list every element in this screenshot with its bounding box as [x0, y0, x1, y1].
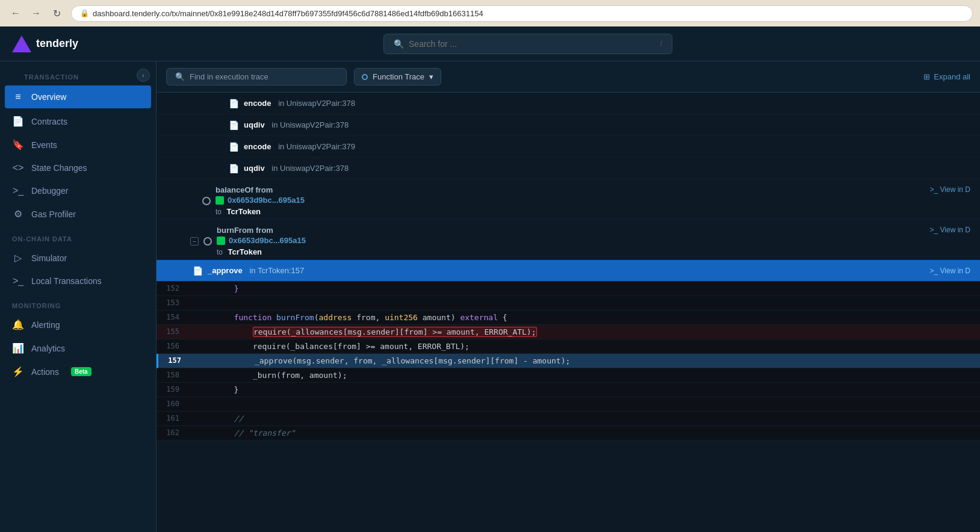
sidebar-item-label: Gas Profiler — [31, 209, 76, 219]
code-line: 152 } — [157, 282, 980, 296]
code-content: } — [187, 383, 980, 397]
sidebar-item-contracts[interactable]: 📄 Contracts — [0, 110, 156, 133]
lock-icon: 🔒 — [80, 9, 89, 17]
burnfrom-address: 0x6653d9bc...695a15 — [229, 236, 306, 245]
function-trace-button[interactable]: Function Trace ▾ — [354, 68, 441, 85]
burnfrom-section: − burnFrom from 0x6653d9bc...695a15 — [157, 220, 980, 260]
line-number: 160 — [157, 397, 187, 410]
burnfrom-label: burnFrom from — [217, 226, 306, 235]
main-layout: TRANSACTION ‹ ≡ Overview 📄 Contracts 🔖 E… — [0, 61, 980, 532]
function-trace-indicator — [362, 74, 368, 80]
address-bar[interactable]: 🔒 dashboard.tenderly.co/tx/mainnet/0x81e… — [71, 5, 973, 22]
forward-button[interactable]: → — [28, 5, 45, 22]
debugger-icon: >_ — [12, 185, 24, 196]
simulator-icon: ▷ — [12, 252, 24, 264]
address-circle — [203, 237, 212, 246]
view-in-debugger-link[interactable]: >_ View in D — [930, 267, 970, 275]
expand-icon: ⊞ — [923, 72, 930, 81]
sidebar-item-label: Debugger — [31, 186, 69, 196]
sidebar-item-label: Events — [31, 140, 57, 150]
trace-fn-name: uqdiv — [244, 120, 265, 129]
address-color-icon — [216, 196, 224, 205]
sidebar-collapse-button[interactable]: ‹ — [137, 69, 150, 82]
logo-icon — [12, 36, 31, 52]
line-number: 156 — [157, 339, 187, 353]
line-number: 159 — [157, 383, 187, 396]
code-content: _approve(msg.sender, from, _allowances[m… — [188, 354, 980, 368]
line-number: 155 — [157, 325, 187, 338]
doc-icon: 📄 — [193, 266, 203, 276]
trace-contract: in UniswapV2Pair:378 — [270, 120, 349, 129]
trace-item[interactable]: 📄 uqdiv in UniswapV2Pair:378 — [157, 158, 980, 179]
sidebar-item-label: State Changes — [31, 163, 87, 173]
sidebar-item-gas-profiler[interactable]: ⚙ Gas Profiler — [0, 202, 156, 226]
on-chain-section-header: ON-CHAIN DATA — [0, 226, 156, 246]
expand-all-button[interactable]: ⊞ Expand all — [923, 72, 970, 81]
burnfrom-contract: TcrToken — [228, 247, 262, 256]
line-number: 152 — [157, 282, 187, 295]
balanceof-section: balanceOf from 0x6653d9bc...695a15 to Tc… — [157, 179, 980, 220]
sidebar-item-actions[interactable]: ⚡ Actions Beta — [0, 360, 156, 383]
trace-item[interactable]: 📄 uqdiv in UniswapV2Pair:378 — [157, 114, 980, 136]
sidebar-item-simulator[interactable]: ▷ Simulator — [0, 246, 156, 270]
approve-contract: in TcrToken:157 — [247, 266, 304, 275]
sidebar-item-debugger[interactable]: >_ Debugger — [0, 179, 156, 202]
sidebar-item-label: Contracts — [31, 117, 67, 126]
actions-icon: ⚡ — [12, 366, 24, 377]
gas-profiler-icon: ⚙ — [12, 208, 24, 220]
local-tx-icon: >_ — [12, 276, 24, 286]
sidebar-item-events[interactable]: 🔖 Events — [0, 133, 156, 156]
search-trace-icon: 🔍 — [175, 72, 185, 81]
sidebar-item-local-transactions[interactable]: >_ Local Transactions — [0, 270, 156, 292]
global-search[interactable]: 🔍 / — [383, 34, 672, 54]
balanceof-contract: TcrToken — [226, 207, 261, 216]
analytics-icon: 📊 — [12, 342, 24, 354]
search-shortcut: / — [660, 40, 662, 48]
view-in-debugger-link[interactable]: >_ View in D — [930, 185, 970, 194]
sidebar-item-overview[interactable]: ≡ Overview — [5, 85, 151, 108]
trace-contract: in UniswapV2Pair:378 — [270, 164, 349, 173]
beta-badge: Beta — [71, 367, 91, 376]
line-number: 161 — [157, 412, 187, 425]
doc-icon: 📄 — [229, 142, 239, 152]
search-input[interactable] — [409, 39, 656, 49]
logo-text: tenderly — [36, 37, 78, 50]
code-content: require(_balances[from] >= amount, ERROR… — [187, 339, 980, 353]
active-code-line: 157 _approve(msg.sender, from, _allowanc… — [157, 354, 980, 368]
expand-all-label: Expand all — [934, 72, 970, 81]
approve-fn-name: _approve — [208, 266, 243, 275]
search-trace-input[interactable]: 🔍 Find in execution trace — [166, 68, 347, 85]
code-content — [187, 397, 980, 402]
top-bar: tenderly 🔍 / — [0, 26, 980, 61]
events-icon: 🔖 — [12, 139, 24, 150]
code-line: 160 — [157, 397, 980, 412]
to-label: to — [217, 248, 223, 256]
transaction-section-header: TRANSACTION — [12, 66, 91, 84]
doc-icon: 📄 — [229, 120, 239, 130]
trace-fn-name: encode — [244, 99, 271, 108]
code-viewer: 152 } 153 154 function burnFrom(address … — [157, 282, 980, 441]
sidebar-item-alerting[interactable]: 🔔 Alerting — [0, 313, 156, 336]
collapse-box[interactable]: − — [190, 237, 199, 246]
trace-fn-name: encode — [244, 142, 271, 151]
trace-area: 📄 encode in UniswapV2Pair:378 📄 uqdiv in… — [157, 93, 980, 532]
sidebar: TRANSACTION ‹ ≡ Overview 📄 Contracts 🔖 E… — [0, 61, 157, 532]
trace-item[interactable]: 📄 encode in UniswapV2Pair:379 — [157, 136, 980, 158]
approve-trace-item[interactable]: 📄 _approve in TcrToken:157 >_ View in D — [157, 260, 980, 282]
content-area: 🔍 Find in execution trace Function Trace… — [157, 61, 980, 532]
trace-item[interactable]: 📄 encode in UniswapV2Pair:378 — [157, 93, 980, 114]
code-line: 156 require(_balances[from] >= amount, E… — [157, 339, 980, 354]
code-content — [187, 296, 980, 301]
code-content: // — [187, 412, 980, 425]
sidebar-item-label: Analytics — [31, 344, 65, 353]
trace-contract: in UniswapV2Pair:378 — [276, 99, 356, 108]
sidebar-item-state-changes[interactable]: <> State Changes — [0, 156, 156, 179]
back-button[interactable]: ← — [7, 5, 24, 22]
state-changes-icon: <> — [12, 162, 24, 173]
sidebar-item-analytics[interactable]: 📊 Analytics — [0, 336, 156, 360]
line-number: 157 — [158, 354, 188, 367]
code-content: _burn(from, amount); — [187, 368, 980, 382]
reload-button[interactable]: ↻ — [48, 5, 65, 22]
function-trace-label: Function Trace — [373, 72, 424, 81]
view-in-debugger-link[interactable]: >_ View in D — [930, 226, 970, 234]
